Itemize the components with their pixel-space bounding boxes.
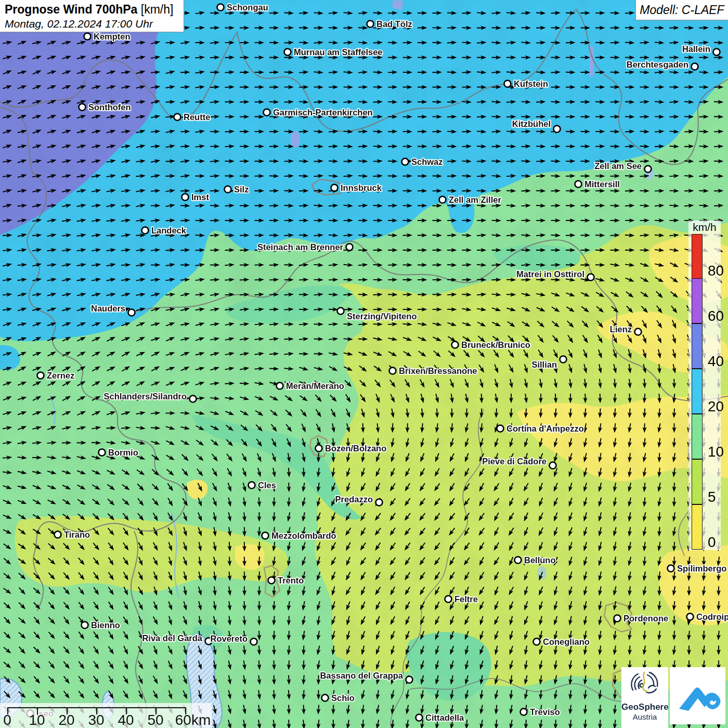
- city-label: Cittadella: [425, 713, 464, 722]
- model-box: Modell: C-LAEF: [635, 0, 728, 20]
- city-marker-icon: [575, 181, 582, 188]
- city-label: Hallein: [682, 44, 710, 54]
- city-label: Imst: [191, 192, 209, 202]
- city-marker-icon: [264, 109, 270, 116]
- city-label: Pieve di Cadore: [482, 457, 547, 466]
- legend-color-swatch: [692, 278, 703, 323]
- city-label: Berchtesgaden: [627, 60, 688, 69]
- city-marker-icon: [55, 531, 61, 538]
- city-label: Matrei in Osttirol: [516, 269, 584, 279]
- city-marker-icon: [142, 227, 149, 234]
- city-marker-icon: [217, 4, 224, 11]
- city-label: Belluno: [524, 555, 556, 565]
- city-label: Kempten: [94, 32, 131, 41]
- city-marker-icon: [416, 714, 423, 721]
- legend-color-swatch: [692, 504, 703, 550]
- city-label: Bruneck/Brunico: [461, 340, 530, 349]
- legend-color-swatch: [692, 323, 703, 369]
- scalebar-label: 30: [88, 712, 104, 728]
- city-marker-icon: [445, 596, 452, 603]
- city-marker-icon: [79, 104, 86, 111]
- city-label: Cortina d'Ampezzo: [506, 424, 584, 433]
- city: Steinach am Brenner: [257, 242, 353, 252]
- legend-tick-label: 5: [708, 490, 716, 504]
- city-label: Cles: [258, 480, 276, 490]
- city-marker-icon: [550, 462, 556, 469]
- city: Berchtesgaden: [627, 60, 698, 70]
- city-label: Lienz: [610, 324, 632, 334]
- city-label: Zell am Ziller: [449, 195, 501, 204]
- city-marker-icon: [521, 709, 527, 716]
- city-label: Zell am See: [594, 161, 642, 171]
- city-marker-icon: [560, 356, 567, 363]
- city: Reutte: [174, 112, 211, 122]
- city: Schio: [322, 693, 355, 703]
- city-marker-icon: [497, 425, 504, 432]
- city: Feltre: [445, 594, 478, 604]
- city-marker-icon: [588, 274, 594, 281]
- city-marker-icon: [367, 21, 374, 28]
- city-label: Mezzolombardo: [271, 531, 336, 540]
- city-label: Trento: [278, 576, 304, 585]
- city: Tirano: [55, 530, 90, 539]
- city-marker-icon: [534, 639, 540, 645]
- city-label: Predazzo: [335, 495, 373, 504]
- city-marker-icon: [225, 186, 231, 193]
- distance-scalebar: 0102030405060km: [0, 703, 212, 728]
- legend-color-swatch: [692, 369, 703, 414]
- city-label: Sonthofen: [88, 102, 131, 112]
- legend-tick-label: 0: [708, 535, 716, 550]
- city-label: Riva del Garda: [142, 633, 202, 643]
- city-marker-icon: [376, 499, 383, 506]
- city-label: Silz: [234, 185, 249, 194]
- legend-tick-label: 10: [708, 445, 724, 459]
- city-label: Sterzing/Vipiteno: [347, 311, 417, 321]
- city: Zernez: [37, 371, 75, 380]
- city-label: Conegliano: [543, 637, 590, 646]
- legend-color-swatch: [692, 459, 703, 504]
- city: Bozen/Bolzano: [316, 444, 387, 453]
- city-label: Murnau am Staffelsee: [294, 47, 383, 57]
- city-label: Tirano: [64, 530, 90, 539]
- scalebar-label: 40: [118, 712, 134, 728]
- city: Bruneck/Brunico: [452, 340, 530, 349]
- city: Brixen/Bressanone: [389, 366, 477, 375]
- legend-color-swatch: [692, 234, 703, 279]
- city-label: Bormio: [108, 448, 138, 457]
- city-label: Schongau: [227, 3, 268, 12]
- city-marker-icon: [262, 532, 269, 539]
- city-marker-icon: [84, 33, 91, 40]
- city-label: Spilimbergo: [677, 564, 726, 573]
- city-label: Feltre: [454, 594, 478, 604]
- city-marker-icon: [439, 197, 446, 203]
- legend-color-swatch: [692, 414, 703, 459]
- city-label: Treviso: [530, 707, 560, 717]
- valid-time: Montag, 02.12.2024 17:00 Uhr: [5, 18, 179, 30]
- city: Cles: [249, 480, 276, 490]
- city-label: Landeck: [151, 226, 187, 235]
- city-label: Zernez: [47, 371, 74, 380]
- city: Garmisch-Partenkirchen: [264, 108, 373, 117]
- city-label: Rovereto: [210, 634, 248, 643]
- wind-map: SchongauBad TölzKemptenMurnau am Staffel…: [0, 0, 728, 728]
- city-marker-icon: [614, 615, 621, 622]
- city-label: Sillian: [531, 360, 557, 369]
- city: Zell am Ziller: [439, 195, 502, 204]
- model-label: Modell: C-LAEF: [640, 3, 724, 17]
- city-marker-icon: [190, 396, 197, 402]
- geosphere-name: GeoSphere: [621, 702, 668, 712]
- city: Meran/Merano: [277, 381, 344, 391]
- geosphere-logo: GeoSphere Austria: [621, 667, 668, 728]
- city-label: Schio: [331, 693, 355, 703]
- city-label: Bozen/Bolzano: [325, 444, 386, 453]
- geosphere-country: Austria: [621, 712, 668, 721]
- city-marker-icon: [174, 114, 181, 121]
- city: Trento: [268, 576, 304, 585]
- city-label: Steinach am Brenner: [257, 242, 344, 252]
- city-marker-icon: [452, 342, 459, 348]
- city-marker-icon: [337, 308, 344, 315]
- city-label: Codroipo: [696, 612, 728, 621]
- scalebar-label: 50: [147, 712, 163, 728]
- city-label: Bad Tölz: [376, 19, 412, 29]
- city-label: Garmisch-Partenkirchen: [273, 108, 373, 117]
